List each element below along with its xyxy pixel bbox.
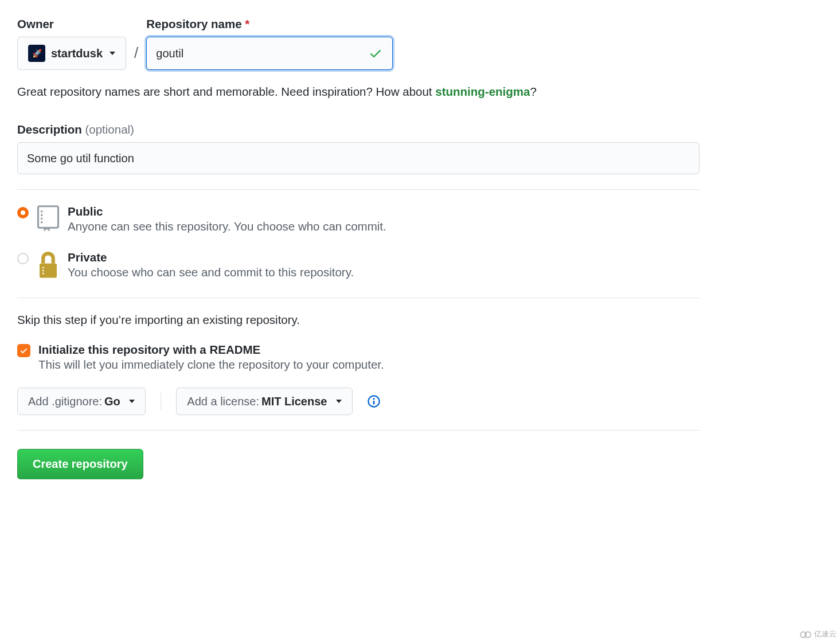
path-separator: / [132,44,140,70]
init-readme-option[interactable]: Initialize this repository with a README… [17,343,823,372]
owner-avatar [28,45,45,62]
divider [17,298,700,298]
svg-rect-2 [40,264,57,278]
svg-point-5 [373,398,374,400]
readme-desc: This will let you immediately clone the … [38,358,384,372]
private-desc: You choose who can see and commit to thi… [68,265,354,279]
name-suggestion-link[interactable]: stunning-enigma [435,85,530,98]
repo-name-input[interactable] [146,37,393,70]
svg-rect-0 [38,206,58,228]
owner-name: startdusk [51,47,103,60]
name-valid-check-icon [369,46,382,60]
owner-select-button[interactable]: startdusk [17,37,126,70]
repo-public-icon [37,205,60,234]
gitignore-select-button[interactable]: Add .gitignore: Go [17,388,146,415]
vertical-divider [161,393,161,410]
public-radio[interactable] [17,207,29,218]
description-input[interactable] [17,142,700,174]
readme-title: Initialize this repository with a README [38,343,384,357]
create-repository-button[interactable]: Create repository [17,449,143,479]
visibility-public-option[interactable]: Public Anyone can see this repository. Y… [17,205,823,234]
license-select-button[interactable]: Add a license: MIT License [176,388,353,415]
public-desc: Anyone can see this repository. You choo… [68,220,386,233]
repo-name-label: Repository name * [146,17,393,31]
caret-down-icon [336,400,342,403]
visibility-private-option[interactable]: Private You choose who can see and commi… [17,251,823,282]
readme-checkbox[interactable] [17,344,30,357]
private-radio[interactable] [17,253,29,264]
divider [17,430,700,431]
license-info-icon[interactable] [368,395,380,408]
repo-private-lock-icon [37,251,60,282]
divider [17,189,700,190]
skip-import-note: Skip this step if you’re importing an ex… [17,313,823,327]
caret-down-icon [129,400,135,403]
repo-name-hint: Great repository names are short and mem… [17,85,823,99]
private-title: Private [68,251,354,264]
svg-rect-6 [373,401,375,405]
description-label: Description (optional) [17,123,823,136]
public-title: Public [68,205,386,218]
caret-down-icon [110,52,115,55]
owner-label: Owner [17,17,126,31]
